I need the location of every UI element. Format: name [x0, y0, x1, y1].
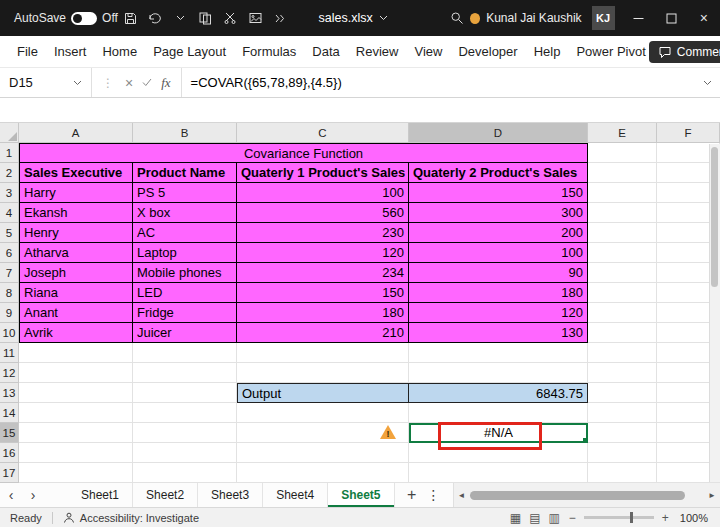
col-header-F[interactable]: F	[657, 123, 720, 143]
document-title[interactable]: sales.xlsx	[319, 11, 388, 25]
cell-C10[interactable]: 210	[237, 323, 409, 343]
insert-function-button[interactable]: fx	[161, 75, 170, 91]
row-header-17[interactable]: 17	[0, 463, 19, 483]
accessibility-status[interactable]: Accessibility: Investigate	[63, 512, 199, 524]
zoom-level[interactable]: 100%	[680, 512, 708, 524]
maximize-button[interactable]	[655, 0, 688, 36]
cell-A1-title-merged[interactable]: Covariance Function	[19, 143, 588, 163]
cell-A16[interactable]	[19, 443, 133, 463]
cell-E9[interactable]	[588, 303, 657, 323]
cell-D4[interactable]: 300	[409, 203, 588, 223]
hscroll-left-icon[interactable]: ◄	[454, 491, 470, 500]
horizontal-scrollbar[interactable]: ◄ ►	[453, 483, 720, 507]
cell-C8[interactable]: 150	[237, 283, 409, 303]
col-header-E[interactable]: E	[588, 123, 657, 143]
cell-A15[interactable]	[19, 423, 133, 443]
cell-C7[interactable]: 234	[237, 263, 409, 283]
row-header-8[interactable]: 8	[0, 283, 19, 303]
undo-icon[interactable]	[144, 6, 167, 30]
cell-C5[interactable]: 230	[237, 223, 409, 243]
cell-E10[interactable]	[588, 323, 657, 343]
ribbon-tab-file[interactable]: File	[14, 41, 41, 62]
sheet-tab-sheet4[interactable]: Sheet4	[263, 483, 328, 507]
view-normal-icon[interactable]: ▦	[510, 511, 521, 525]
sheet-nav-right-icon[interactable]: ›	[22, 483, 44, 507]
cell-E13[interactable]	[588, 383, 657, 403]
row-header-10[interactable]: 10	[0, 323, 19, 343]
cell-C6[interactable]: 120	[237, 243, 409, 263]
row-header-12[interactable]: 12	[0, 363, 19, 383]
ribbon-tab-page-layout[interactable]: Page Layout	[150, 41, 229, 62]
cell-C2[interactable]: Quaterly 1 Product's Sales	[237, 163, 409, 183]
search-icon[interactable]	[446, 6, 469, 30]
row-header-4[interactable]: 4	[0, 203, 19, 223]
formula-bar-expand-icon[interactable]	[694, 68, 720, 97]
cell-C14[interactable]	[237, 403, 409, 423]
cell-E3[interactable]	[588, 183, 657, 203]
cell-A8[interactable]: Riana	[19, 283, 133, 303]
cell-A4[interactable]: Ekansh	[19, 203, 133, 223]
cell-E15[interactable]	[588, 423, 657, 443]
autosave-switch-icon[interactable]	[71, 12, 97, 25]
cell-C3[interactable]: 100	[237, 183, 409, 203]
cell-D3[interactable]: 150	[409, 183, 588, 203]
zoom-in-button[interactable]: +	[662, 511, 669, 525]
cell-C16[interactable]	[237, 443, 409, 463]
cell-D14[interactable]	[409, 403, 588, 423]
copy-icon[interactable]	[194, 6, 217, 30]
cell-B4[interactable]: X box	[133, 203, 237, 223]
row-header-15[interactable]: 15	[0, 423, 19, 443]
row-header-3[interactable]: 3	[0, 183, 19, 203]
ribbon-tab-insert[interactable]: Insert	[51, 41, 90, 62]
cell-C17[interactable]	[237, 463, 409, 483]
ribbon-tab-help[interactable]: Help	[531, 41, 564, 62]
cell-E1[interactable]	[588, 143, 657, 163]
cell-E12[interactable]	[588, 363, 657, 383]
cell-B7[interactable]: Mobile phones	[133, 263, 237, 283]
cell-B8[interactable]: LED	[133, 283, 237, 303]
cell-A10[interactable]: Avrik	[19, 323, 133, 343]
cell-C15[interactable]	[237, 423, 409, 443]
cell-A7[interactable]: Joseph	[19, 263, 133, 283]
cell-B11[interactable]	[133, 343, 237, 363]
cell-D9[interactable]: 120	[409, 303, 588, 323]
cancel-entry-icon[interactable]: ×	[125, 75, 133, 91]
ribbon-tab-formulas[interactable]: Formulas	[239, 41, 299, 62]
cell-C11[interactable]	[237, 343, 409, 363]
picture-icon[interactable]	[244, 6, 267, 30]
more-commands-icon[interactable]	[269, 6, 292, 30]
cell-A17[interactable]	[19, 463, 133, 483]
cell-C12[interactable]	[237, 363, 409, 383]
cell-B15[interactable]	[133, 423, 237, 443]
confirm-entry-icon[interactable]	[142, 78, 152, 87]
row-header-9[interactable]: 9	[0, 303, 19, 323]
cell-E7[interactable]	[588, 263, 657, 283]
cell-B13[interactable]	[133, 383, 237, 403]
zoom-slider-knob[interactable]	[630, 512, 633, 523]
cell-E11[interactable]	[588, 343, 657, 363]
ribbon-tab-review[interactable]: Review	[353, 41, 402, 62]
cell-B3[interactable]: PS 5	[133, 183, 237, 203]
cell-A9[interactable]: Anant	[19, 303, 133, 323]
cell-E2[interactable]	[588, 163, 657, 183]
cell-A5[interactable]: Henry	[19, 223, 133, 243]
sheet-tab-sheet1[interactable]: Sheet1	[68, 483, 133, 507]
chevron-down-icon[interactable]	[169, 6, 192, 30]
autosave-toggle[interactable]: AutoSave Off	[14, 11, 118, 25]
cell-C4[interactable]: 560	[237, 203, 409, 223]
cell-B12[interactable]	[133, 363, 237, 383]
vertical-scrollbar[interactable]	[709, 144, 720, 482]
col-header-C[interactable]: C	[237, 123, 409, 143]
ribbon-tab-developer[interactable]: Developer	[455, 41, 520, 62]
ribbon-tab-data[interactable]: Data	[309, 41, 342, 62]
cell-E16[interactable]	[588, 443, 657, 463]
sheet-tab-sheet5[interactable]: Sheet5	[328, 483, 394, 507]
row-header-6[interactable]: 6	[0, 243, 19, 263]
cut-icon[interactable]	[219, 6, 242, 30]
cell-E5[interactable]	[588, 223, 657, 243]
horizontal-scrollbar-thumb[interactable]	[470, 491, 686, 500]
col-header-B[interactable]: B	[133, 123, 237, 143]
cell-D11[interactable]	[409, 343, 588, 363]
ribbon-tab-view[interactable]: View	[411, 41, 445, 62]
cell-D12[interactable]	[409, 363, 588, 383]
